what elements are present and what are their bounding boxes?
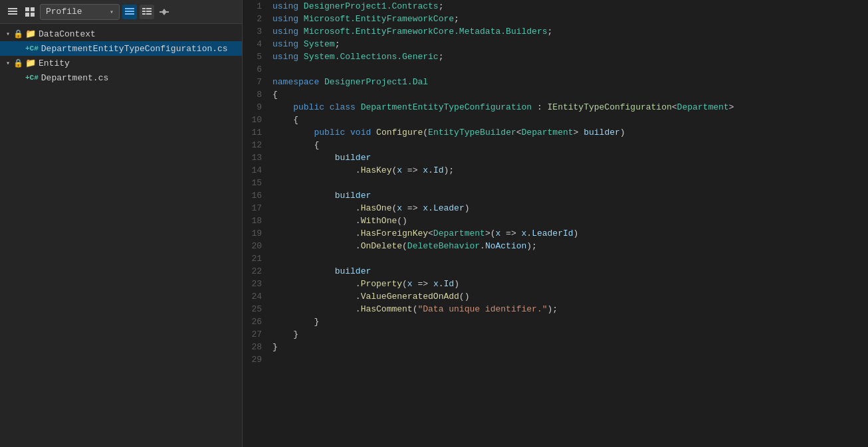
table-row: 18 .WithOne()	[243, 215, 868, 227]
profile-dropdown[interactable]: Profile ▾	[40, 4, 120, 20]
line-code	[272, 63, 868, 76]
table-row: 28 }	[243, 341, 868, 353]
table-row: 17 .HasOne(x => x.Leader)	[243, 202, 868, 215]
line-code: .HasForeignKey<Department>(x => x.Leader…	[272, 227, 868, 240]
tree-view-btn[interactable]	[140, 5, 154, 19]
entity-folder[interactable]: ▾ 🔒 📁 Entity	[0, 56, 242, 70]
profile-label: Profile	[46, 7, 82, 17]
lock-icon: 🔒	[13, 29, 23, 39]
line-code: .ValueGeneratedOnAdd()	[272, 290, 868, 303]
line-number: 21	[243, 252, 272, 265]
line-code: using Microsoft.EntityFrameworkCore;	[272, 13, 868, 25]
data-context-label: DataContext	[39, 29, 96, 39]
code-area[interactable]: 1 using DesignerProject1.Contracts; 2 us…	[243, 0, 868, 447]
line-number: 25	[243, 303, 272, 315]
line-number: 15	[243, 177, 272, 189]
svg-rect-3	[25, 7, 29, 11]
table-row: 21	[243, 252, 868, 265]
table-row: 29	[243, 353, 868, 366]
line-number: 22	[243, 265, 272, 278]
svg-rect-8	[125, 11, 134, 12]
svg-rect-9	[125, 13, 134, 15]
file-tree: ▾ 🔒 📁 DataContext +C# DepartmentEntityTy…	[0, 24, 242, 447]
line-number: 13	[243, 151, 272, 164]
table-row: 15	[243, 177, 868, 189]
dept-entity-config-label: DepartmentEntityTypeConfiguration.cs	[41, 44, 228, 54]
dropdown-arrow-icon: ▾	[110, 8, 114, 16]
svg-rect-6	[31, 13, 35, 17]
line-number: 27	[243, 328, 272, 341]
line-number: 7	[243, 76, 272, 88]
line-code: .WithOne()	[272, 215, 868, 227]
line-number: 11	[243, 126, 272, 139]
line-code: builder	[272, 265, 868, 278]
table-row: 22 builder	[243, 265, 868, 278]
list-view-btn[interactable]	[122, 5, 137, 19]
line-number: 20	[243, 240, 272, 252]
table-row: 2 using Microsoft.EntityFrameworkCore;	[243, 13, 868, 25]
table-row: 8 {	[243, 88, 868, 101]
table-row: 12 {	[243, 139, 868, 151]
svg-rect-5	[25, 13, 29, 17]
line-number: 29	[243, 353, 272, 366]
line-code: }	[272, 328, 868, 341]
table-row: 25 .HasComment("Data unique identifier."…	[243, 303, 868, 315]
table-row: 5 using System.Collections.Generic;	[243, 50, 868, 63]
line-code: using System;	[272, 38, 868, 50]
code-editor: 1 using DesignerProject1.Contracts; 2 us…	[243, 0, 868, 447]
svg-rect-13	[146, 11, 152, 12]
grid-icon-btn[interactable]	[23, 5, 37, 19]
line-number: 24	[243, 290, 272, 303]
line-code: .HasKey(x => x.Id);	[272, 164, 868, 177]
table-row: 27 }	[243, 328, 868, 341]
table-row: 11 public void Configure(EntityTypeBuild…	[243, 126, 868, 139]
svg-rect-7	[125, 8, 134, 9]
line-code: .Property(x => x.Id)	[272, 278, 868, 290]
svg-rect-0	[8, 8, 17, 9]
table-row: 1 using DesignerProject1.Contracts;	[243, 0, 868, 13]
table-row: 16 builder	[243, 189, 868, 202]
line-number: 17	[243, 202, 272, 215]
svg-marker-17	[162, 9, 166, 11]
dept-entity-config-item[interactable]: +C# DepartmentEntityTypeConfiguration.cs	[0, 41, 242, 56]
line-number: 8	[243, 88, 272, 101]
data-context-folder[interactable]: ▾ 🔒 📁 DataContext	[0, 27, 242, 41]
dept-cs-label: Department.cs	[41, 73, 108, 83]
table-row: 7 namespace DesignerProject1.Dal	[243, 76, 868, 88]
dept-cs-item[interactable]: +C# Department.cs	[0, 70, 242, 85]
line-code: builder	[272, 189, 868, 202]
collapse-btn[interactable]	[157, 5, 171, 19]
svg-rect-2	[8, 13, 17, 15]
line-number: 18	[243, 215, 272, 227]
svg-rect-15	[146, 13, 152, 15]
line-code: {	[272, 88, 868, 101]
table-row: 13 builder	[243, 151, 868, 164]
line-code: }	[272, 341, 868, 353]
line-code: public void Configure(EntityTypeBuilder<…	[272, 126, 868, 139]
sidebar: Profile ▾ ▾ 🔒 �	[0, 0, 243, 447]
line-code: .OnDelete(DeleteBehavior.NoAction);	[272, 240, 868, 252]
line-number: 16	[243, 189, 272, 202]
list-icon-btn[interactable]	[5, 5, 20, 19]
line-code	[272, 177, 868, 189]
line-code: builder	[272, 151, 868, 164]
line-number: 19	[243, 227, 272, 240]
line-number: 10	[243, 114, 272, 126]
sidebar-toolbar: Profile ▾	[0, 0, 242, 24]
table-row: 9 public class DepartmentEntityTypeConfi…	[243, 101, 868, 114]
line-code: .HasOne(x => x.Leader)	[272, 202, 868, 215]
line-number: 12	[243, 139, 272, 151]
code-table: 1 using DesignerProject1.Contracts; 2 us…	[243, 0, 868, 366]
svg-rect-12	[142, 11, 146, 12]
svg-marker-18	[162, 13, 166, 15]
table-row: 19 .HasForeignKey<Department>(x => x.Lea…	[243, 227, 868, 240]
line-number: 14	[243, 164, 272, 177]
line-number: 3	[243, 25, 272, 38]
chevron-down-icon: ▾	[3, 30, 13, 38]
line-code: using DesignerProject1.Contracts;	[272, 0, 868, 13]
line-number: 6	[243, 63, 272, 76]
line-code	[272, 252, 868, 265]
folder-icon-entity: 📁	[25, 58, 36, 68]
line-code: }	[272, 315, 868, 328]
line-number: 9	[243, 101, 272, 114]
